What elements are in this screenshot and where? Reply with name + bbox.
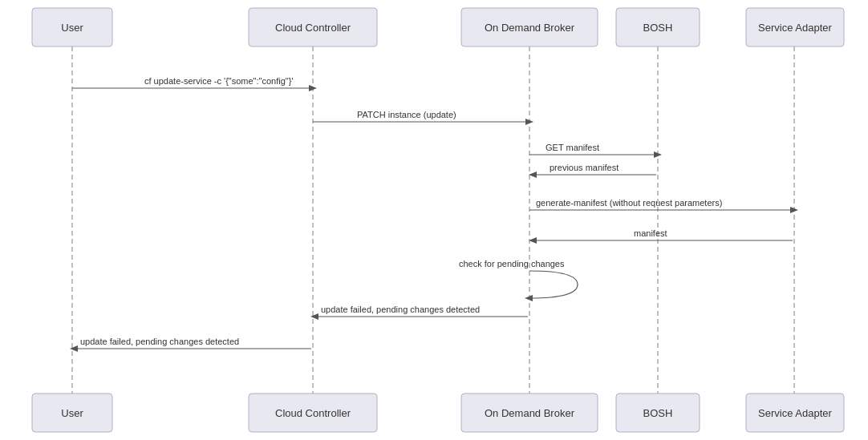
svg-text:GET manifest: GET manifest bbox=[546, 143, 599, 152]
svg-text:update failed, pending changes: update failed, pending changes detected bbox=[321, 305, 480, 314]
svg-marker-41 bbox=[529, 237, 537, 244]
svg-rect-7 bbox=[249, 8, 377, 46]
svg-marker-49 bbox=[70, 345, 78, 352]
svg-marker-35 bbox=[529, 172, 537, 178]
svg-marker-43 bbox=[525, 295, 533, 301]
svg-rect-15 bbox=[32, 394, 112, 432]
svg-text:BOSH: BOSH bbox=[643, 22, 673, 34]
svg-text:User: User bbox=[61, 407, 83, 419]
svg-text:manifest: manifest bbox=[634, 228, 667, 238]
svg-text:check for pending changes: check for pending changes bbox=[459, 259, 565, 268]
svg-text:PATCH instance (update): PATCH instance (update) bbox=[357, 110, 456, 119]
svg-rect-9 bbox=[461, 8, 598, 46]
svg-text:update failed, pending changes: update failed, pending changes detected bbox=[80, 337, 239, 346]
svg-text:On Demand Broker: On Demand Broker bbox=[485, 407, 575, 419]
svg-rect-19 bbox=[461, 394, 598, 432]
svg-text:BOSH: BOSH bbox=[643, 407, 673, 419]
svg-text:generate-manifest (without req: generate-manifest (without request param… bbox=[536, 198, 722, 208]
svg-marker-46 bbox=[310, 313, 318, 320]
svg-rect-23 bbox=[746, 394, 844, 432]
svg-rect-13 bbox=[746, 8, 844, 46]
svg-marker-26 bbox=[309, 85, 317, 91]
svg-rect-17 bbox=[249, 394, 377, 432]
svg-text:Cloud Controller: Cloud Controller bbox=[275, 407, 351, 419]
diagram-svg: User Cloud Controller On Demand Broker B… bbox=[0, 0, 868, 440]
svg-marker-32 bbox=[654, 151, 662, 158]
svg-rect-11 bbox=[616, 8, 700, 46]
svg-text:User: User bbox=[61, 22, 83, 34]
svg-text:previous manifest: previous manifest bbox=[550, 163, 619, 172]
svg-text:Service Adapter: Service Adapter bbox=[758, 407, 832, 419]
svg-marker-38 bbox=[790, 207, 798, 213]
sequence-diagram: User Cloud Controller On Demand Broker B… bbox=[0, 0, 868, 440]
svg-marker-29 bbox=[525, 119, 533, 125]
svg-text:Cloud Controller: Cloud Controller bbox=[275, 22, 351, 34]
svg-rect-5 bbox=[32, 8, 112, 46]
svg-text:On Demand Broker: On Demand Broker bbox=[485, 22, 575, 34]
svg-text:Service Adapter: Service Adapter bbox=[758, 22, 832, 34]
svg-rect-21 bbox=[616, 394, 700, 432]
svg-text:cf update-service -c '{"some":: cf update-service -c '{"some":"config"}' bbox=[144, 76, 294, 86]
